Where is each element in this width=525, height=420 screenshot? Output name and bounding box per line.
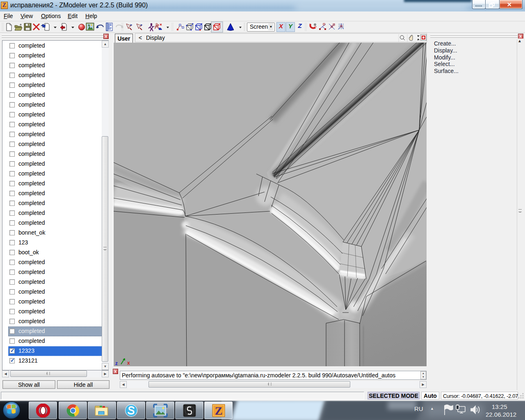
svg-text:Z: Z	[215, 404, 222, 417]
svg-text:x: x	[127, 360, 130, 366]
svg-text:z: z	[115, 361, 118, 366]
